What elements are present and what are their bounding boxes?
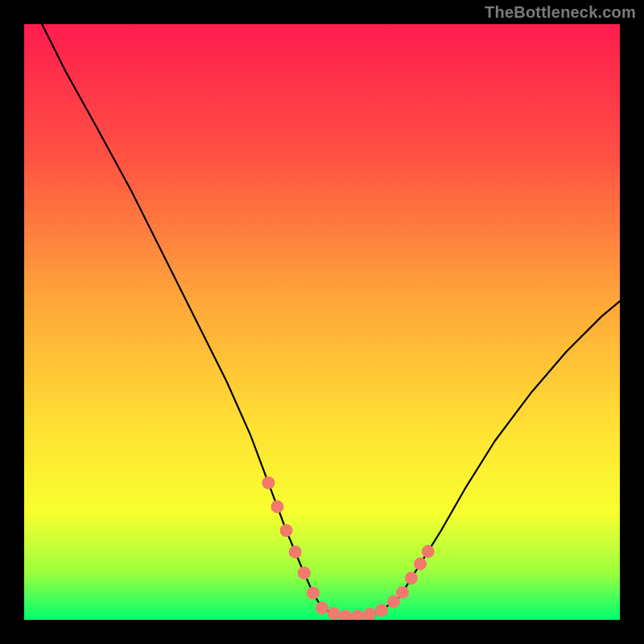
highlight-dot (307, 587, 320, 600)
highlight-dot (414, 557, 427, 570)
highlight-dot (271, 500, 284, 513)
chart-svg (24, 24, 620, 620)
highlight-dot (328, 607, 341, 620)
highlight-dot (280, 524, 293, 537)
highlight-dot (422, 545, 435, 558)
highlight-dot (405, 572, 418, 584)
highlight-dot (396, 586, 409, 599)
highlight-dot (262, 477, 275, 489)
bottleneck-chart (24, 24, 620, 620)
highlight-dot (316, 601, 328, 614)
highlight-dot (375, 604, 388, 617)
watermark-text: TheBottleneck.com (485, 3, 636, 22)
chart-frame: TheBottleneck.com (0, 0, 644, 644)
highlight-dot (298, 567, 311, 580)
highlight-dot (289, 546, 302, 559)
gradient-background (24, 24, 620, 620)
